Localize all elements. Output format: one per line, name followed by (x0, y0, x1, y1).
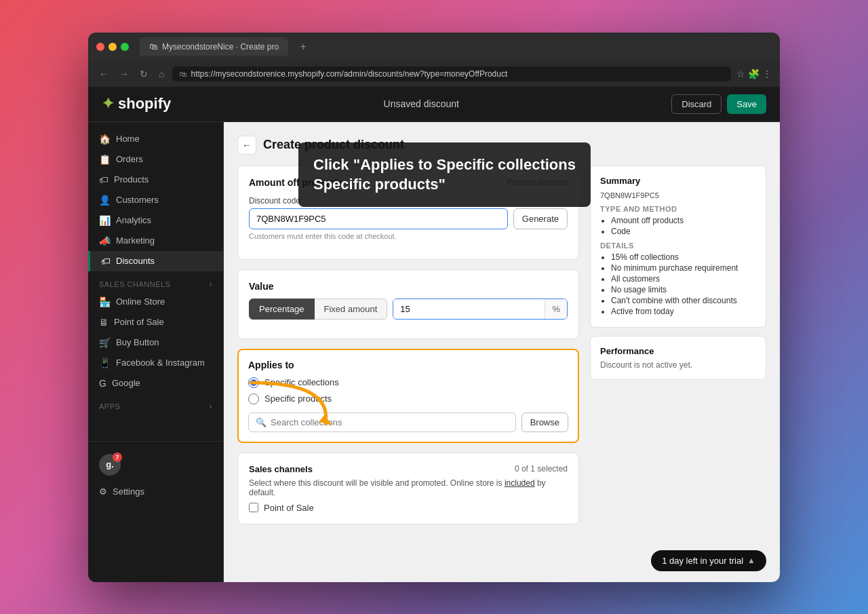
menu-icon[interactable]: ⋮ (762, 69, 772, 79)
sidebar-item-analytics[interactable]: 📊 Analytics (88, 210, 223, 231)
avatar-row: g. 7 (88, 448, 223, 481)
sidebar-label-customers: Customers (116, 195, 159, 205)
sidebar-item-customers[interactable]: 👤 Customers (88, 190, 223, 210)
discount-code-input[interactable] (249, 208, 508, 229)
save-button[interactable]: Save (727, 94, 766, 114)
type-method-label: TYPE AND METHOD (600, 205, 756, 213)
discount-code-row: Generate (249, 208, 568, 229)
pos-icon: 🖥 (99, 317, 108, 328)
trial-text: 1 day left in your trial (662, 556, 743, 566)
discount-code-group: Discount code Generate Customers must en… (249, 196, 568, 240)
sidebar: 🏠 Home 📋 Orders 🏷 Products 👤 Customers 📊… (88, 122, 224, 582)
minimize-button[interactable] (108, 43, 117, 51)
extensions-icon[interactable]: 🧩 (748, 69, 760, 79)
value-title: Value (249, 281, 568, 292)
card-header: Amount off products Product discount (249, 177, 568, 188)
refresh-button[interactable]: ↻ (137, 67, 151, 81)
percentage-tab[interactable]: Percentage (249, 299, 315, 320)
sidebar-label-google: Google (112, 378, 140, 388)
helper-link: included (505, 478, 535, 488)
search-icon: 🔍 (256, 417, 267, 427)
discount-code-card: Amount off products Product discount Dis… (237, 166, 579, 260)
search-browse-row: 🔍 Browse (248, 412, 568, 432)
sidebar-item-marketing[interactable]: 📣 Marketing (88, 231, 223, 251)
apps-section: Apps › (88, 394, 223, 414)
sales-channels-title: Sales channels (249, 464, 313, 474)
shopify-logo: ✦ shopify (102, 95, 171, 113)
online-store-icon: 🏪 (99, 296, 111, 307)
performance-card: Performance Discount is not active yet. (590, 336, 766, 380)
sidebar-item-home[interactable]: 🏠 Home (88, 129, 223, 149)
section-expand-icon[interactable]: › (210, 280, 213, 289)
search-collections-input[interactable] (271, 417, 509, 427)
tab-favicon: 🛍 (149, 41, 158, 52)
bookmark-icon[interactable]: ☆ (736, 69, 745, 79)
discard-button[interactable]: Discard (671, 94, 722, 114)
sidebar-item-facebook-instagram[interactable]: 📱 Facebook & Instagram (88, 353, 223, 373)
detail-0: 15% off collections (611, 252, 756, 262)
buy-button-icon: 🛒 (99, 337, 111, 348)
forward-nav-button[interactable]: → (117, 67, 132, 81)
marketing-icon: 📣 (99, 235, 111, 246)
sidebar-item-products[interactable]: 🏷 Products (88, 170, 223, 190)
page-title: Create product discount (263, 138, 404, 152)
traffic-lights (96, 43, 129, 51)
browser-tab[interactable]: 🛍 MysecondstoreNice · Create pro (140, 37, 288, 56)
detail-2: All customers (611, 274, 756, 284)
sidebar-label-buy-button: Buy Button (116, 337, 159, 347)
value-input[interactable] (393, 299, 545, 319)
search-collections-bar[interactable]: 🔍 (248, 412, 516, 432)
sidebar-item-orders[interactable]: 📋 Orders (88, 149, 223, 170)
google-icon: G (99, 378, 106, 389)
browse-button[interactable]: Browse (521, 412, 568, 432)
discount-code-helper: Customers must enter this code at checko… (249, 232, 568, 240)
new-tab-button[interactable]: + (296, 40, 310, 54)
sales-channels-header: Sales channels 0 of 1 selected (249, 464, 568, 474)
generate-button[interactable]: Generate (513, 208, 568, 229)
home-button[interactable]: ⌂ (156, 67, 167, 81)
notification-badge: 7 (113, 453, 122, 462)
sidebar-label-products: Products (114, 174, 149, 185)
apps-expand-icon[interactable]: › (210, 402, 213, 411)
sidebar-item-discounts[interactable]: 🏷 Discounts (88, 251, 223, 271)
pos-checkbox-item[interactable]: Point of Sale (249, 503, 568, 513)
specific-products-option[interactable]: Specific products (248, 394, 568, 404)
value-input-wrap: % (393, 299, 568, 320)
pos-checkbox[interactable] (249, 503, 258, 512)
url-bar[interactable]: 🛍 https://mysecondstorenice.myshopify.co… (172, 66, 731, 81)
close-button[interactable] (96, 43, 104, 51)
specific-collections-option[interactable]: Specific collections (248, 377, 568, 388)
address-bar: ← → ↻ ⌂ 🛍 https://mysecondstorenice.mysh… (88, 61, 780, 87)
settings-icon: ⚙ (99, 486, 107, 497)
value-card: Value Percentage Fixed amount % (237, 269, 579, 339)
summary-card: Summary 7QBN8W1F9PC5 TYPE AND METHOD Amo… (590, 166, 766, 328)
value-section: Value Percentage Fixed amount % (249, 281, 568, 320)
avatar-initials: g. (106, 459, 114, 469)
back-nav-button[interactable]: ← (96, 67, 111, 81)
products-icon: 🏷 (99, 174, 108, 185)
specific-collections-radio[interactable] (248, 377, 259, 388)
facebook-instagram-icon: 📱 (99, 358, 111, 368)
performance-text: Discount is not active yet. (600, 360, 756, 370)
specific-products-radio[interactable] (248, 394, 259, 404)
sidebar-item-buy-button[interactable]: 🛒 Buy Button (88, 332, 223, 353)
sidebar-item-settings[interactable]: ⚙ Settings (88, 481, 223, 502)
fixed-amount-tab[interactable]: Fixed amount (315, 299, 388, 320)
sidebar-label-pos: Point of Sale (114, 317, 164, 327)
home-icon: 🏠 (99, 134, 111, 145)
sidebar-label-online-store: Online Store (116, 296, 165, 307)
sidebar-item-google[interactable]: G Google (88, 373, 223, 394)
back-button[interactable]: ← (237, 136, 256, 155)
customers-icon: 👤 (99, 195, 111, 206)
sidebar-item-point-of-sale[interactable]: 🖥 Point of Sale (88, 312, 223, 332)
shopify-icon: ✦ (102, 95, 114, 113)
summary-title: Summary (600, 176, 756, 186)
sales-channels-card: Sales channels 0 of 1 selected Select wh… (237, 453, 579, 524)
maximize-button[interactable] (121, 43, 129, 51)
applies-to-radio-group: Specific collections Specific products (248, 377, 568, 404)
app-top-nav: ✦ shopify Unsaved discount Discard Save (88, 87, 780, 122)
sidebar-label-discounts: Discounts (116, 256, 155, 266)
trial-banner[interactable]: 1 day left in your trial ▲ (651, 550, 766, 571)
shopify-wordmark: shopify (118, 95, 171, 113)
sidebar-item-online-store[interactable]: 🏪 Online Store (88, 292, 223, 312)
